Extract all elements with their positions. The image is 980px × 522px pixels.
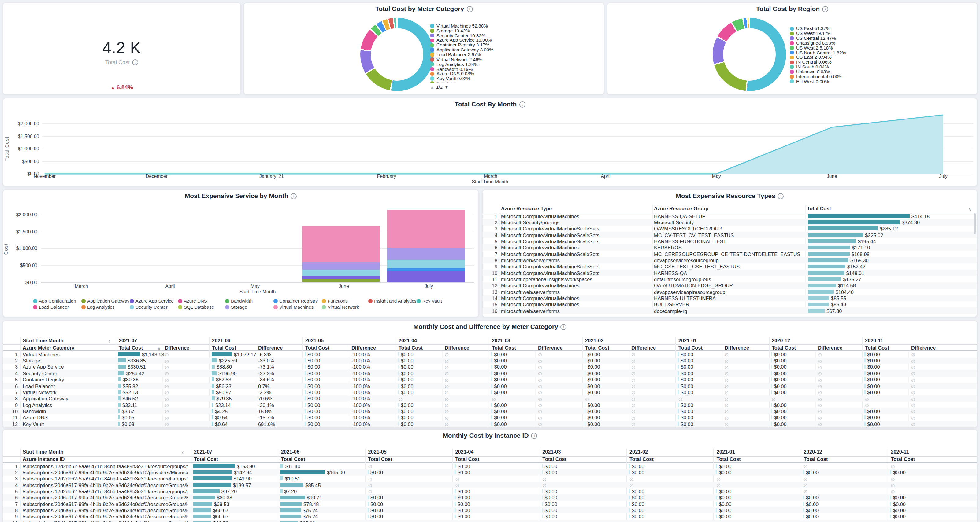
area-chart[interactable]: $2,000.00$1,500.00$1,000.00$500.00$0.00N…	[3, 98, 977, 186]
table-row[interactable]: 8/subscriptions/20d6a917-99fa-4b1b-9b2e-…	[3, 507, 977, 513]
stacked-bar-chart[interactable]: $2,000.00$1,500.00$1,000.00$500.00$0.00M…	[3, 190, 478, 317]
columns-prev-icon[interactable]: ‹	[182, 449, 184, 455]
legend-item[interactable]: US East 2 0.94%	[790, 55, 961, 60]
legend-item[interactable]: Key Vault	[417, 298, 442, 304]
table-row[interactable]: 9Microsoft.Compute/virtualMachineScaleSe…	[483, 263, 977, 270]
bar-segment[interactable]	[302, 279, 380, 282]
info-icon[interactable]: i	[466, 6, 473, 12]
table-row[interactable]: 8microsoft.web/serverfarmsdevappservicer…	[483, 257, 977, 263]
legend-item[interactable]: Functions	[430, 81, 589, 83]
table-row[interactable]: 10Microsoft.Compute/virtualMachineScaleS…	[483, 270, 977, 276]
legend-item[interactable]: App Configuration	[33, 298, 76, 304]
table-row[interactable]: 11microsoft.operationalinsights/workspac…	[483, 276, 977, 282]
bar-segment[interactable]	[302, 270, 380, 276]
table-row[interactable]: 11Azure DNS$0.65∅$0.54-15.7%$0.00-100.0%…	[3, 414, 977, 420]
region-donut[interactable]	[713, 18, 786, 91]
chevron-down-icon[interactable]: ∨	[968, 206, 972, 212]
page-up-icon[interactable]: ▲	[430, 85, 434, 89]
table-row[interactable]: 5/subscriptions/12d2db62-5aa9-471d-84bb-…	[3, 488, 977, 495]
legend-item[interactable]: US Central 12.47%	[790, 36, 961, 41]
legend-item[interactable]: Functions	[322, 298, 348, 304]
legend-item[interactable]: Log Analytics	[81, 305, 115, 310]
table-row[interactable]: 1Microsoft.Compute/virtualMachinesHARNES…	[483, 213, 977, 219]
bar-segment[interactable]	[302, 276, 380, 279]
table-row[interactable]: 7/subscriptions/20d6a917-99fa-4b1b-9b2e-…	[3, 501, 977, 507]
table-row[interactable]: 8Application Gateway$46.52∅$79.3570.6%$0…	[3, 395, 977, 401]
legend-item[interactable]: Load Balancer 2.67%	[430, 52, 589, 57]
legend-item[interactable]: US West 19.17%	[790, 31, 961, 36]
bar-segment[interactable]	[387, 259, 465, 268]
legend-item[interactable]: US West 2 5.18%	[790, 46, 961, 51]
legend-item[interactable]: EU West 0.00%	[790, 79, 961, 84]
table-row[interactable]: 6Load Balancer$55.82∅$56.230.7%$0.00-100…	[3, 382, 977, 389]
scrollbar[interactable]	[974, 213, 976, 234]
legend-item[interactable]: Azure App Service	[130, 298, 174, 304]
info-icon[interactable]: i	[822, 6, 828, 12]
legend-item[interactable]: Azure DNS	[178, 298, 207, 304]
table-row[interactable]: 3Microsoft.Compute/virtualMachineScaleSe…	[483, 225, 977, 232]
legend-item[interactable]: Bandwidth	[225, 298, 253, 304]
page-down-icon[interactable]: ▼	[444, 85, 449, 89]
table-row[interactable]: 7Microsoft.Compute/virtualMachineScaleSe…	[483, 251, 977, 257]
table-row[interactable]: 14Microsoft.Compute/virtualMachinesHARNE…	[483, 295, 977, 301]
legend-item[interactable]: Storage	[225, 305, 247, 310]
legend-item[interactable]: Azure DNS 0.03%	[430, 71, 589, 76]
legend-item[interactable]: Bandwidth 0.19%	[430, 67, 589, 71]
legend-item[interactable]: Security Center 10.82%	[430, 33, 589, 38]
table-row[interactable]: 5Microsoft.Compute/virtualMachineScaleSe…	[483, 238, 977, 244]
column-header[interactable]: Total Cost	[807, 206, 831, 211]
table-row[interactable]: 4Security Center$256.42∅$196.90-23.2%$0.…	[3, 370, 977, 376]
table-row[interactable]: 13microsoft.web/serverfarmsdevappservice…	[483, 289, 977, 295]
meter-category-donut[interactable]	[360, 18, 434, 91]
table-row[interactable]: 1/subscriptions/12d2db62-5aa9-471d-84bb-…	[3, 463, 977, 469]
legend-item[interactable]: Virtual Machines	[274, 305, 313, 310]
legend-item[interactable]: Key Vault 0.02%	[430, 76, 589, 81]
bar-segment[interactable]	[302, 226, 380, 262]
bar-segment[interactable]	[387, 271, 465, 282]
legend-item[interactable]: Unknown 0.03%	[790, 69, 961, 74]
table-row[interactable]: 4/subscriptions/20d6a917-99fa-4b1b-9b2e-…	[3, 482, 977, 488]
legend-item[interactable]: Insight and Analytics	[368, 298, 416, 304]
legend-item[interactable]: US East 51.37%	[790, 26, 961, 31]
legend-item[interactable]: US North Central 1.82%	[790, 50, 961, 55]
legend-item[interactable]: Intercontinental 0.00%	[790, 74, 961, 79]
table-row[interactable]: 2/subscriptions/20d6a917-99fa-4b1b-9b2e-…	[3, 469, 977, 476]
table-row[interactable]: 9/subscriptions/20d6a917-99fa-4b1b-9b2e-…	[3, 513, 977, 520]
legend-item[interactable]: IN Central 0.06%	[790, 60, 961, 65]
legend-item[interactable]: Unassigned 8.93%	[790, 41, 961, 46]
table-row[interactable]: 9Log Analytics$33.11∅$23.14-30.1%$0.00-1…	[3, 401, 977, 408]
legend-item[interactable]: Container Registry	[274, 298, 318, 304]
bar-segment[interactable]	[387, 268, 465, 271]
table-row[interactable]: 4Microsoft.Compute/virtualMachineScaleSe…	[483, 232, 977, 238]
legend-item[interactable]: Virtual Network 2.46%	[430, 57, 589, 62]
legend-item[interactable]: IN South 0.04%	[790, 65, 961, 70]
table-row[interactable]: 12Key Vault$0.08∅$0.64691.0%$0.00-100.0%…	[3, 420, 977, 427]
table-row[interactable]: 6Microsoft.Compute/virtualMachinesKERBER…	[483, 244, 977, 251]
legend-item[interactable]: SQL Database	[178, 305, 214, 310]
table-row[interactable]: 3/subscriptions/12d2db62-5aa9-471d-84bb-…	[3, 475, 977, 482]
legend-item[interactable]: Virtual Machines 52.88%	[430, 24, 589, 29]
bar-segment[interactable]	[387, 248, 465, 259]
legend-item[interactable]: Storage 13.42%	[430, 29, 589, 33]
info-icon[interactable]: i	[132, 59, 138, 65]
legend-item[interactable]: Security Center	[130, 305, 168, 310]
legend-item[interactable]: Application Gateway	[81, 298, 129, 304]
legend-item[interactable]: Virtual Network	[322, 305, 359, 310]
legend-item[interactable]: Azure App Service 10.00%	[430, 38, 589, 43]
table-row[interactable]: 15Microsoft.Compute/virtualMachinesBUILD…	[483, 301, 977, 308]
total-cost-header[interactable]: Total Cost	[119, 345, 143, 351]
table-row[interactable]: 3Azure App Service$330.51∅$88.80-73.1%$0…	[3, 364, 977, 370]
table-row[interactable]: 2Storage$336.85∅$225.59-33.0%$0.00-100.0…	[3, 357, 977, 364]
legend-item[interactable]: Container Registry 3.17%	[430, 43, 589, 48]
bar-segment[interactable]	[302, 262, 380, 270]
table-row[interactable]: 12Microsoft.Compute/virtualMachinesQA-AU…	[483, 282, 977, 289]
table-row[interactable]: 7Virtual Network$52.13∅$50.97-2.2%$0.00-…	[3, 389, 977, 395]
legend-item[interactable]: Load Balancer	[33, 305, 69, 310]
columns-prev-icon[interactable]: ‹	[108, 337, 110, 344]
table-row[interactable]: 2Microsoft.Security/pricingsMicrosoft.Se…	[483, 219, 977, 225]
table-row[interactable]: 5Container Registry$80.36∅$52.53-34.6%$0…	[3, 376, 977, 382]
table-row[interactable]: 6/subscriptions/20d6a917-99fa-4b1b-9b2e-…	[3, 495, 977, 501]
legend-item[interactable]: Application Gateway 3.00%	[430, 48, 589, 52]
table-row[interactable]: 10/subscriptions/20d6a917-99fa-4b1b-9b2e…	[3, 520, 977, 522]
table-row[interactable]: 16microsoft.web/serverfarmsdocexample-rg…	[483, 308, 977, 314]
